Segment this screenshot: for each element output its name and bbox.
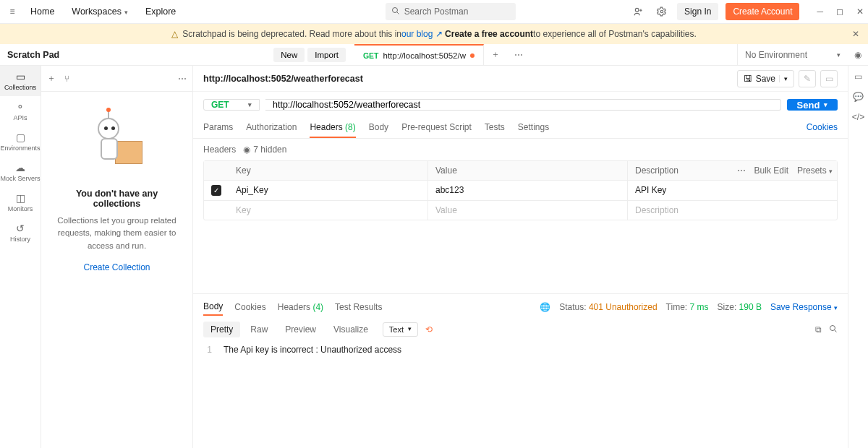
rail-collections[interactable]: ▭Collections [0,66,41,96]
invite-icon[interactable] [631,4,647,20]
save-response-button[interactable]: Save Response ▾ [770,302,838,312]
docs-icon[interactable]: ▭ [854,72,862,82]
view-raw[interactable]: Raw [243,322,275,337]
request-tab[interactable]: GET http://localhost:5052/w [354,44,484,66]
hamburger-icon[interactable]: ≡ [4,7,20,17]
more-icon[interactable]: ⋯ [178,74,187,84]
send-button[interactable]: Send▾ [787,99,838,111]
table-header-row: Key Value Description ⋯ Bulk Edit Preset… [204,161,837,181]
headers-table: Key Value Description ⋯ Bulk Edit Preset… [203,160,838,220]
banner-create-link[interactable]: Create a free account [445,29,533,39]
response-panel: Body Cookies Headers (4) Test Results 🌐 … [193,293,848,448]
rail-mock[interactable]: ☁Mock Servers [0,157,41,187]
rail-history[interactable]: ↺History [0,217,41,248]
create-collection-button[interactable]: Create Collection [83,262,150,272]
header-key[interactable]: Api_Key [229,181,428,200]
nav-home[interactable]: Home [23,4,61,20]
tab-headers[interactable]: Headers (8) [310,118,355,138]
close-icon[interactable]: ✕ [856,7,864,17]
status-text: Status: 401 Unauthorized [559,302,657,312]
header-desc-placeholder[interactable]: Description [628,201,837,220]
rail-monitors[interactable]: ◫Monitors [0,187,41,217]
apis-icon: ⚬ [16,101,25,113]
nav-explore[interactable]: Explore [138,4,183,20]
new-button[interactable]: New [273,48,305,62]
method-select[interactable]: GET▾ [203,99,260,111]
add-icon[interactable]: ＋ [47,72,56,85]
comments-rail-icon[interactable]: 💬 [853,92,864,102]
view-visualize[interactable]: Visualize [326,322,375,337]
search-icon [391,7,400,17]
window-controls: ─ ◻ ✕ [817,7,864,17]
header-value[interactable]: abc123 [428,181,628,200]
table-row-new[interactable]: Key Value Description [204,201,837,220]
hidden-headers-toggle[interactable]: ◉7 hidden [243,145,286,155]
nav-workspaces[interactable]: Workspaces [64,4,135,20]
banner-blog-link[interactable]: our blog ↗ [401,29,443,39]
presets-button[interactable]: Presets ▾ [797,165,833,176]
code-icon[interactable]: </> [852,112,864,122]
new-tab-button[interactable]: ＋ [484,48,507,61]
rail-apis[interactable]: ⚬APIs [0,96,41,126]
tab-actions-icon[interactable]: ⋯ [507,50,530,60]
url-input[interactable] [265,99,781,111]
save-button[interactable]: 🖫Save▾ [737,70,794,87]
view-mode-bar: Pretty Raw Preview Visualize Text▾ ⟲ ⧉ [193,316,848,343]
row-more-icon[interactable]: ⋯ [737,165,746,176]
resp-tab-headers[interactable]: Headers (4) [278,299,323,315]
minimize-icon[interactable]: ─ [817,7,823,17]
tab-prerequest[interactable]: Pre-request Script [401,118,472,138]
left-rail: ▭Collections ⚬APIs ▢Environments ☁Mock S… [0,66,41,448]
view-preview[interactable]: Preview [278,322,323,337]
env-quicklook-icon[interactable]: ◉ [848,50,868,60]
settings-icon[interactable] [654,4,670,20]
network-icon[interactable]: 🌐 [540,302,550,312]
format-select[interactable]: Text▾ [383,322,418,337]
svg-point-2 [635,8,639,12]
resp-tab-cookies[interactable]: Cookies [234,299,265,315]
create-account-button[interactable]: Create Account [726,3,799,20]
comments-icon[interactable]: ▭ [820,70,838,87]
chevron-down-icon: ▾ [837,51,841,59]
response-tabs: Body Cookies Headers (4) Test Results 🌐 … [193,294,848,316]
sign-in-button[interactable]: Sign In [677,3,718,20]
environment-label: No Environment [745,50,807,60]
header-key-placeholder[interactable]: Key [229,201,428,220]
cookies-link[interactable]: Cookies [807,122,838,132]
tab-body[interactable]: Body [369,118,388,138]
response-text: The Api key is incorrect : Unauthorized … [224,345,401,355]
wrap-icon[interactable]: ⟲ [425,324,433,335]
bulk-edit-button[interactable]: Bulk Edit [754,165,788,176]
svg-line-1 [396,12,399,14]
banner-text-pre: Scratchpad is being deprecated. Read mor… [182,29,401,39]
table-row[interactable]: ✓ Api_Key abc123 API Key [204,181,837,201]
import-button[interactable]: Import [307,48,346,62]
chevron-down-icon: ▾ [824,101,827,108]
banner-text-post: to experience all of Postman's capabilit… [533,29,697,39]
banner-close-icon[interactable]: ✕ [852,29,859,39]
svg-point-0 [392,7,397,12]
col-key: Key [229,161,428,180]
headers-bar: Headers ◉7 hidden [193,139,848,160]
copy-icon[interactable]: ⧉ [815,324,822,335]
header-desc[interactable]: API Key [628,181,837,200]
filter-icon[interactable]: ⑂ [64,74,69,84]
header-value-placeholder[interactable]: Value [428,201,628,220]
search-input[interactable]: Search Postman [386,3,516,20]
environment-select[interactable]: No Environment ▾ [737,44,848,66]
tab-tests[interactable]: Tests [485,118,505,138]
view-pretty[interactable]: Pretty [203,322,240,337]
tab-settings[interactable]: Settings [518,118,549,138]
chevron-down-icon[interactable]: ▾ [779,75,788,82]
rail-environments[interactable]: ▢Environments [0,126,41,157]
search-response-icon[interactable] [829,324,838,335]
maximize-icon[interactable]: ◻ [836,7,843,17]
share-icon[interactable]: ✎ [799,70,816,87]
right-rail: ▭ 💬 </> [848,66,868,448]
tab-authorization[interactable]: Authorization [246,118,297,138]
resp-tab-results[interactable]: Test Results [335,299,382,315]
unsaved-dot-icon [470,53,475,58]
resp-tab-body[interactable]: Body [203,298,223,316]
row-checkbox[interactable]: ✓ [211,185,221,196]
tab-params[interactable]: Params [203,118,233,138]
